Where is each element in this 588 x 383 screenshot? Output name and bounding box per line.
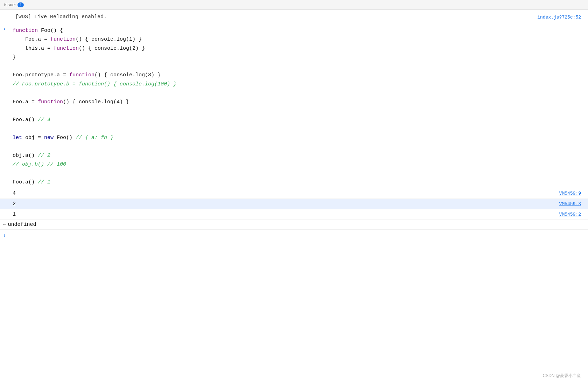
- issue-badge: 1: [18, 2, 24, 7]
- code-line-5: [13, 62, 588, 71]
- code-line-4: }: [13, 53, 588, 62]
- wds-message-row: [WDS] Live Reloading enabled. index.js?7…: [0, 10, 588, 25]
- output-source-4[interactable]: VM5459:9: [559, 191, 588, 196]
- code-line-15: obj.a() // 2: [13, 151, 588, 160]
- expand-icon[interactable]: ›: [3, 26, 6, 32]
- wds-source[interactable]: index.js?725c:52: [537, 15, 588, 20]
- code-line-17: [13, 169, 588, 178]
- watermark: CSDN @菱香小白鱼: [542, 373, 581, 379]
- undefined-row: ← undefined: [0, 220, 588, 230]
- output-value-4: 4: [13, 189, 559, 198]
- prompt-row[interactable]: ›: [0, 230, 588, 242]
- code-line-3: this.a = function() { console.log(2) }: [13, 44, 588, 53]
- code-line-13: let obj = new Foo() // { a: fn }: [13, 133, 588, 142]
- output-value-1: 1: [13, 210, 559, 219]
- output-source-2[interactable]: VM5459:3: [559, 201, 588, 207]
- output-source-1[interactable]: VM5459:2: [559, 212, 588, 217]
- wds-text: [WDS] Live Reloading enabled.: [13, 11, 110, 23]
- code-line-6: Foo.prototype.a = function() { console.l…: [13, 71, 588, 80]
- code-line-18: Foo.a() // 1: [13, 178, 588, 187]
- code-line-2: Foo.a = function() { console.log(1) }: [13, 35, 588, 44]
- wds-content: [WDS] Live Reloading enabled.: [13, 13, 537, 22]
- issue-label: issue:: [4, 2, 16, 7]
- code-line-8: [13, 89, 588, 98]
- output-row-2: 2 VM5459:3: [0, 199, 588, 209]
- code-line-14: [13, 142, 588, 151]
- code-content: function Foo() { Foo.a = function() { co…: [13, 26, 588, 187]
- code-line-1: function Foo() {: [13, 26, 588, 35]
- output-row-1: 1 VM5459:2: [0, 209, 588, 220]
- code-line-12: [13, 124, 588, 133]
- return-arrow-icon: ←: [3, 222, 6, 227]
- code-line-16: // obj.b() // 100: [13, 160, 588, 169]
- console-area: [WDS] Live Reloading enabled. index.js?7…: [0, 10, 588, 383]
- top-bar: issue: 1: [0, 0, 588, 10]
- expand-arrow-gutter[interactable]: ›: [0, 26, 13, 32]
- code-line-10: [13, 106, 588, 116]
- code-block-row: › function Foo() { Foo.a = function() { …: [0, 25, 588, 188]
- code-line-9: Foo.a = function() { console.log(4) }: [13, 98, 588, 107]
- output-value-2: 2: [13, 200, 559, 208]
- undefined-text: undefined: [8, 222, 36, 228]
- output-row-4: 4 VM5459:9: [0, 188, 588, 199]
- code-line-7: // Foo.prototype.b = function() { consol…: [13, 80, 588, 89]
- code-line-11: Foo.a() // 4: [13, 116, 588, 125]
- prompt-icon: ›: [3, 232, 6, 239]
